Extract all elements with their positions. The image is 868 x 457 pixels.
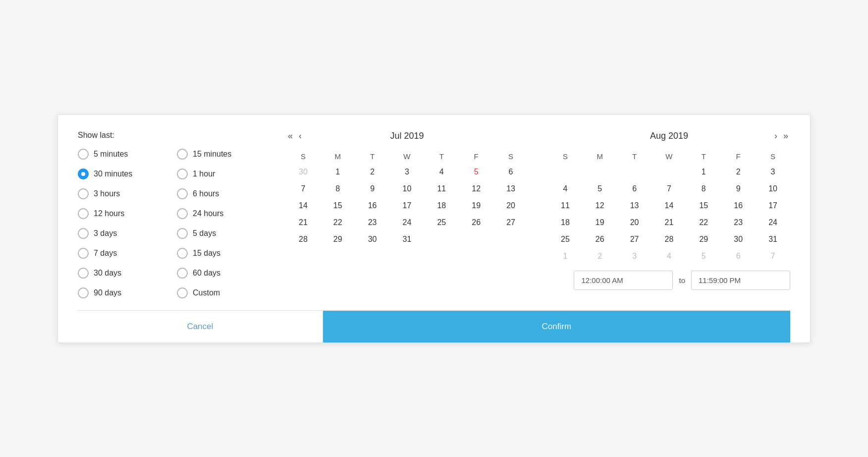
calendar-day[interactable]: 4 [424, 164, 459, 180]
radio-12hours[interactable]: 12 hours [78, 208, 167, 219]
calendar-day[interactable]: 4 [548, 180, 583, 197]
calendar-day[interactable]: 11 [548, 197, 583, 214]
calendar-day[interactable]: 6 [493, 164, 528, 180]
confirm-button[interactable]: Confirm [323, 311, 790, 343]
calendar-day[interactable]: 11 [424, 180, 459, 197]
calendar-day[interactable]: 25 [424, 214, 459, 231]
calendar-day[interactable]: 26 [459, 214, 493, 231]
calendar-day[interactable]: 22 [686, 214, 721, 231]
calendar-day[interactable]: 12 [459, 180, 493, 197]
radio-15days[interactable]: 15 days [177, 248, 266, 259]
calendar-day[interactable]: 2 [583, 248, 617, 265]
radio-7days[interactable]: 7 days [78, 248, 167, 259]
calendar-day[interactable]: 2 [721, 164, 756, 180]
calendar-day[interactable]: 3 [756, 164, 790, 180]
prev-prev-btn[interactable]: « [286, 130, 295, 141]
calendar-day[interactable]: 12 [583, 197, 617, 214]
calendar-day[interactable]: 13 [617, 197, 652, 214]
calendar-day[interactable]: 17 [756, 197, 790, 214]
next-btn[interactable]: › [772, 130, 779, 141]
calendar-day[interactable]: 7 [286, 180, 321, 197]
left-panel: Show last: 5 minutes15 minutes30 minutes… [78, 131, 266, 298]
radio-3hours[interactable]: 3 hours [78, 188, 167, 199]
time-from-input[interactable] [574, 271, 673, 290]
radio-30days[interactable]: 30 days [78, 268, 167, 279]
calendar-day[interactable]: 2 [355, 164, 390, 180]
calendar-day[interactable]: 23 [721, 214, 756, 231]
calendar-day[interactable]: 7 [756, 248, 790, 265]
radio-24hours[interactable]: 24 hours [177, 208, 266, 219]
calendar-day[interactable]: 10 [756, 180, 790, 197]
radio-circle-15days [177, 248, 188, 259]
calendar-day[interactable]: 18 [424, 197, 459, 214]
calendar-day[interactable]: 21 [652, 214, 687, 231]
next-next-btn[interactable]: » [781, 130, 790, 141]
calendar-day[interactable]: 9 [721, 180, 756, 197]
calendar-day[interactable]: 30 [355, 231, 390, 248]
calendar-day[interactable]: 31 [390, 231, 425, 248]
calendar-day[interactable]: 16 [355, 197, 390, 214]
calendar-day[interactable]: 5 [686, 248, 721, 265]
radio-3days[interactable]: 3 days [78, 228, 167, 239]
calendar-day[interactable]: 29 [321, 231, 355, 248]
calendar-day[interactable]: 8 [686, 180, 721, 197]
radio-1hour[interactable]: 1 hour [177, 169, 266, 179]
radio-label-custom: Custom [193, 288, 220, 297]
radio-15min[interactable]: 15 minutes [177, 149, 266, 160]
calendar-day[interactable]: 24 [756, 214, 790, 231]
calendar-day[interactable]: 1 [548, 248, 583, 265]
calendar-day[interactable]: 14 [286, 197, 321, 214]
radio-6hours[interactable]: 6 hours [177, 188, 266, 199]
calendar-day[interactable]: 23 [355, 214, 390, 231]
calendar-day[interactable]: 29 [686, 231, 721, 248]
radio-5days[interactable]: 5 days [177, 228, 266, 239]
calendar-day[interactable]: 9 [355, 180, 390, 197]
calendar-day[interactable]: 20 [493, 197, 528, 214]
calendar-day[interactable]: 22 [321, 214, 355, 231]
calendar-day[interactable]: 7 [652, 180, 687, 197]
calendar-day[interactable]: 6 [721, 248, 756, 265]
radio-label-30min: 30 minutes [94, 170, 132, 178]
calendar-day[interactable]: 14 [652, 197, 687, 214]
calendar-day[interactable]: 8 [321, 180, 355, 197]
calendar-day[interactable]: 27 [493, 214, 528, 231]
calendar-day[interactable]: 3 [617, 248, 652, 265]
calendar-day[interactable]: 4 [652, 248, 687, 265]
calendar-day [548, 164, 583, 180]
calendar-day[interactable]: 21 [286, 214, 321, 231]
prev-btn[interactable]: ‹ [297, 130, 304, 141]
calendar-day[interactable]: 20 [617, 214, 652, 231]
calendar-day[interactable]: 5 [583, 180, 617, 197]
calendar-day[interactable]: 31 [756, 231, 790, 248]
calendar-day[interactable]: 1 [321, 164, 355, 180]
calendar-day[interactable]: 1 [686, 164, 721, 180]
calendar-day[interactable]: 19 [459, 197, 493, 214]
calendar-day[interactable]: 30 [286, 164, 321, 180]
calendar-day[interactable]: 27 [617, 231, 652, 248]
radio-5min[interactable]: 5 minutes [78, 149, 167, 160]
calendar-day[interactable]: 6 [617, 180, 652, 197]
calendar-day[interactable]: 15 [321, 197, 355, 214]
radio-60days[interactable]: 60 days [177, 268, 266, 279]
calendar-day[interactable]: 26 [583, 231, 617, 248]
radio-90days[interactable]: 90 days [78, 287, 167, 298]
time-to-input[interactable] [691, 271, 790, 290]
calendar-day[interactable]: 10 [390, 180, 425, 197]
calendar-day[interactable]: 24 [390, 214, 425, 231]
calendar-day[interactable]: 13 [493, 180, 528, 197]
calendar-day[interactable]: 18 [548, 214, 583, 231]
cancel-button[interactable]: Cancel [78, 311, 323, 343]
calendar-day[interactable]: 3 [390, 164, 425, 180]
calendar-day[interactable]: 17 [390, 197, 425, 214]
radio-label-60days: 60 days [193, 269, 220, 278]
calendar-day[interactable]: 5 [459, 164, 493, 180]
calendar-day[interactable]: 19 [583, 214, 617, 231]
calendar-day[interactable]: 30 [721, 231, 756, 248]
radio-30min[interactable]: 30 minutes [78, 169, 167, 179]
calendar-day[interactable]: 28 [286, 231, 321, 248]
calendar-day[interactable]: 25 [548, 231, 583, 248]
calendar-day[interactable]: 15 [686, 197, 721, 214]
calendar-day[interactable]: 28 [652, 231, 687, 248]
radio-custom[interactable]: Custom [177, 287, 266, 298]
calendar-day[interactable]: 16 [721, 197, 756, 214]
